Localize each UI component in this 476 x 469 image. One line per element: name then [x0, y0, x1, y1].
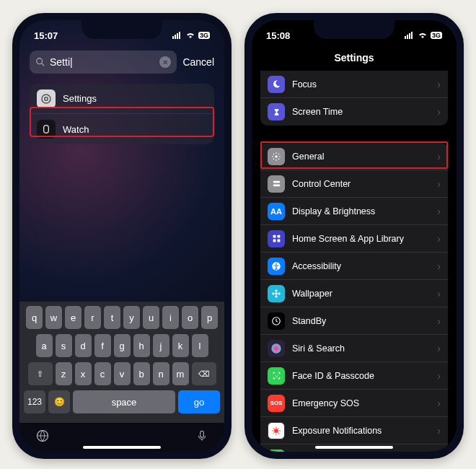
settings-row-accessibility[interactable]: Accessibility›	[260, 253, 448, 280]
key-c[interactable]: c	[94, 362, 111, 385]
key-q[interactable]: q	[26, 306, 43, 329]
key-d[interactable]: d	[75, 334, 92, 357]
accessibility-icon	[268, 258, 285, 275]
key-n[interactable]: n	[153, 362, 169, 385]
key-g[interactable]: g	[114, 334, 131, 357]
key-k[interactable]: k	[172, 334, 189, 357]
settings-row-siri-search[interactable]: Siri & Search›	[260, 335, 448, 362]
switches-icon	[268, 175, 285, 193]
search-icon	[35, 57, 45, 67]
svg-line-39	[278, 432, 279, 434]
key-l[interactable]: l	[192, 334, 208, 357]
svg-rect-17	[273, 185, 280, 187]
keyboard-row-2: asdfghjkl	[22, 334, 221, 357]
go-key[interactable]: go	[178, 390, 220, 413]
key-o[interactable]: o	[182, 306, 198, 329]
key-t[interactable]: t	[104, 306, 120, 329]
result-watch[interactable]: Watch	[30, 114, 214, 144]
settings-group-top: Focus›Screen Time›	[260, 71, 448, 126]
mic-icon[interactable]	[195, 429, 208, 446]
key-e[interactable]: e	[65, 306, 81, 329]
settings-row-face-id-passcode[interactable]: Face ID & Passcode›	[260, 362, 448, 390]
covid-icon	[268, 422, 285, 439]
svg-rect-18	[273, 235, 276, 238]
settings-row-focus[interactable]: Focus›	[260, 71, 448, 98]
search-input[interactable]: Setti ✕	[30, 51, 177, 74]
status-time: 15:08	[266, 30, 290, 41]
key-f[interactable]: f	[94, 334, 111, 357]
search-results: Settings Watch	[30, 84, 214, 144]
settings-row-label: Face ID & Passcode	[292, 371, 430, 381]
result-label: Watch	[63, 124, 89, 135]
svg-rect-11	[405, 36, 406, 39]
settings-row-label: Exposure Notifications	[292, 426, 430, 436]
key-r[interactable]: r	[84, 306, 101, 329]
page-title: Settings	[252, 51, 457, 71]
shift-key[interactable]: ⇧	[28, 362, 53, 385]
settings-row-screen-time[interactable]: Screen Time›	[260, 98, 448, 126]
key-s[interactable]: s	[56, 334, 72, 357]
result-label: Settings	[63, 93, 97, 104]
hourglass-icon	[268, 103, 285, 120]
settings-row-home-screen-app-library[interactable]: Home Screen & App Library›	[260, 225, 448, 253]
search-query-text: Setti	[50, 56, 159, 68]
keyboard-row-4: 123 😊 space go	[22, 390, 221, 413]
emoji-key[interactable]: 😊	[48, 390, 70, 413]
svg-point-7	[45, 97, 48, 100]
settings-icon	[37, 89, 56, 108]
svg-rect-3	[179, 32, 180, 39]
key-v[interactable]: v	[114, 362, 131, 385]
clear-search-button[interactable]: ✕	[159, 56, 171, 68]
result-settings[interactable]: Settings	[30, 84, 214, 114]
chevron-right-icon: ›	[437, 178, 441, 190]
key-h[interactable]: h	[133, 334, 150, 357]
network-badge: 3G	[431, 32, 442, 39]
home-indicator[interactable]	[83, 446, 161, 449]
space-key[interactable]: space	[73, 390, 175, 413]
svg-point-6	[42, 95, 50, 103]
screen-settings: 15:08 3G Settings Focus›Screen Time› Gen…	[252, 20, 457, 452]
key-i[interactable]: i	[162, 306, 179, 329]
key-z[interactable]: z	[56, 362, 72, 385]
svg-point-4	[37, 58, 43, 64]
chevron-right-icon: ›	[437, 343, 441, 354]
network-badge: 3G	[198, 32, 210, 39]
settings-row-emergency-sos[interactable]: SOSEmergency SOS›	[260, 390, 448, 417]
settings-row-exposure-notifications[interactable]: Exposure Notifications›	[260, 417, 448, 444]
key-j[interactable]: j	[153, 334, 169, 357]
wifi-icon	[418, 32, 428, 39]
settings-row-wallpaper[interactable]: Wallpaper›	[260, 280, 448, 307]
home-indicator[interactable]	[315, 446, 393, 449]
svg-point-25	[275, 289, 278, 292]
key-u[interactable]: u	[143, 306, 159, 329]
svg-line-5	[42, 63, 45, 66]
chevron-right-icon: ›	[437, 106, 441, 118]
backspace-key[interactable]: ⌫	[192, 362, 216, 385]
settings-row-standby[interactable]: StandBy›	[260, 307, 448, 335]
numbers-key[interactable]: 123	[24, 390, 45, 413]
key-a[interactable]: a	[36, 334, 53, 357]
settings-row-general[interactable]: General›	[260, 143, 448, 170]
key-y[interactable]: y	[123, 306, 140, 329]
globe-icon[interactable]	[35, 429, 50, 446]
keyboard-row-1: qwertyuiop	[22, 306, 221, 329]
keyboard-row-3: ⇧ zxcvbnm ⌫	[22, 362, 221, 385]
key-x[interactable]: x	[75, 362, 92, 385]
status-icons: 3G	[405, 32, 442, 39]
key-m[interactable]: m	[172, 362, 189, 385]
chevron-right-icon: ›	[437, 206, 441, 217]
settings-row-control-center[interactable]: Control Center›	[260, 170, 448, 198]
svg-rect-8	[44, 126, 49, 133]
svg-rect-0	[172, 36, 174, 39]
settings-row-label: Control Center	[292, 179, 430, 189]
key-b[interactable]: b	[133, 362, 150, 385]
settings-scroll[interactable]: Focus›Screen Time› General›Control Cente…	[252, 71, 457, 452]
svg-point-33	[274, 429, 278, 433]
watch-icon	[37, 120, 56, 139]
svg-point-15	[275, 155, 278, 158]
cancel-button[interactable]: Cancel	[182, 56, 214, 68]
key-p[interactable]: p	[201, 306, 218, 329]
key-w[interactable]: w	[45, 306, 62, 329]
settings-row-display-brightness[interactable]: AADisplay & Brightness›	[260, 198, 448, 225]
phone-right: 15:08 3G Settings Focus›Screen Time› Gen…	[244, 13, 464, 459]
